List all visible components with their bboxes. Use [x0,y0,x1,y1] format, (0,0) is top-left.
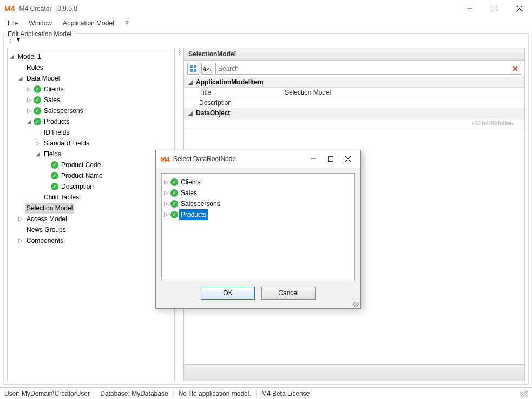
tree-node-description[interactable]: Description [60,181,95,192]
check-icon: ✓ [170,200,178,208]
ok-button[interactable]: OK [201,287,255,300]
expander-icon[interactable]: ◢ [26,118,32,125]
tree-node-standard-fields[interactable]: Standard Fields [42,138,91,149]
tree-node-news-groups[interactable]: News Groups [25,224,68,235]
tree-node-sales[interactable]: Sales [42,95,62,105]
tree-node-id-fields[interactable]: ID Fields [42,127,71,138]
dialog-titlebar[interactable]: M4 Select DataRootNode [156,150,360,168]
status-database: Database: MyDatabase [100,390,168,397]
check-icon: ✓ [51,183,58,190]
property-name: Description [184,98,281,108]
model-tree[interactable]: ◢Model 1 Roles ◢Data Model ▷✓Clients ▷✓S… [8,48,174,381]
dialog-node-salespersons[interactable]: Salespersons [179,198,222,209]
tree-node-data-model[interactable]: Data Model [25,73,61,84]
check-icon: ✓ [34,96,41,104]
tree-node-fields[interactable]: Fields [42,149,63,159]
check-icon: ✓ [34,107,41,115]
menu-application-model[interactable]: Application Model [58,18,119,28]
dialog-maximize-button[interactable] [323,152,339,165]
dialog-body: ▷✓Clients ▷✓Sales ▷✓Salespersons ▷✓Produ… [156,168,360,308]
select-datarootnode-dialog: M4 Select DataRootNode ▷✓Clients ▷✓Sales… [155,150,361,309]
expander-icon[interactable]: ▷ [26,108,32,114]
property-category-applicationmodelitem[interactable]: ◢ApplicationModelItem [184,77,524,88]
property-value[interactable] [281,98,524,108]
tree-node-selection-model[interactable]: Selection Model [25,203,74,214]
dialog-node-sales[interactable]: Sales [179,188,199,198]
expander-icon[interactable]: ◢ [9,54,15,60]
expander-icon[interactable]: ▷ [163,201,169,207]
menu-help[interactable]: ? [121,18,133,28]
tree-node-model-1[interactable]: Model 1 [16,51,43,62]
expander-icon[interactable]: ▷ [26,97,32,103]
svg-rect-5 [194,65,196,68]
properties-search-input[interactable] [218,65,512,72]
alphabetical-view-button[interactable]: AZ↓ [201,63,213,75]
status-user: User: MyDomain\CreatorUser [4,390,90,397]
property-category-dataobject[interactable]: ◢DataObject [184,108,524,118]
properties-header: SelectionModel [184,48,524,61]
tree-node-components[interactable]: Components [25,235,65,246]
tree-node-child-tables[interactable]: Child Tables [42,192,81,203]
svg-rect-6 [190,69,193,72]
close-button[interactable] [507,0,532,17]
app-logo-icon: M4 [4,4,15,13]
maximize-button[interactable] [482,0,507,17]
expander-icon[interactable]: ▷ [26,86,32,92]
status-life-model: No life application model. [179,390,251,397]
dialog-title: Select DataRootNode [173,155,236,163]
dialog-resize-grip-icon[interactable] [353,301,359,307]
menubar: File Window Application Model ? [0,17,532,29]
statusbar-separator: | [173,390,174,397]
svg-rect-1 [492,6,497,11]
dialog-node-clients[interactable]: Clients [179,177,202,188]
menu-window[interactable]: Window [24,18,56,28]
expander-icon[interactable]: ▷ [17,237,24,244]
clear-search-icon[interactable]: ✕ [512,64,518,73]
tree-node-product-name[interactable]: Product Name [60,170,104,181]
expander-icon[interactable]: ▷ [163,179,169,185]
tree-node-product-code[interactable]: Product Code [60,159,102,170]
properties-search[interactable]: ✕ [215,63,521,75]
svg-rect-9 [329,157,333,162]
expander-icon[interactable]: ▷ [35,140,41,147]
expander-icon[interactable]: ▷ [163,190,169,196]
category-label: ApplicationModelItem [196,78,264,86]
expander-icon[interactable]: ◢ [187,110,194,116]
expander-icon[interactable]: ▷ [163,211,169,218]
expander-icon[interactable]: ◢ [17,75,24,82]
dialog-minimize-button[interactable] [305,152,321,165]
minimize-button[interactable] [457,0,482,17]
cancel-button[interactable]: Cancel [261,287,316,300]
dialog-node-products[interactable]: Products [179,209,208,220]
tree-node-salespersons[interactable]: Salespersons [42,105,85,116]
panel-mini-toolbar: ⋮ ▾ [4,34,528,45]
statusbar-separator: | [94,390,96,397]
categorized-view-button[interactable] [187,63,199,75]
expander-icon[interactable]: ◢ [35,151,41,157]
tree-node-access-model[interactable]: Access Model [25,214,69,224]
dialog-logo-icon: M4 [160,155,170,163]
check-icon: ✓ [170,178,178,186]
svg-rect-7 [194,69,196,72]
property-row-title[interactable]: Title Selection Model [184,88,524,98]
property-row-guid[interactable]: -82b446ffc8aa [184,118,524,129]
property-row-description[interactable]: Description [184,98,524,108]
statusbar: User: MyDomain\CreatorUser | Database: M… [0,387,532,399]
property-value[interactable]: Selection Model [281,88,524,97]
dialog-tree[interactable]: ▷✓Clients ▷✓Sales ▷✓Salespersons ▷✓Produ… [161,173,355,281]
dialog-window-controls [305,152,356,165]
expander-icon[interactable]: ▷ [17,216,24,222]
status-license: M4 Beta License [261,390,310,397]
window-controls [457,0,532,17]
dialog-button-row: OK Cancel [161,281,355,303]
svg-rect-4 [190,65,193,68]
expander-icon[interactable]: ◢ [187,79,194,85]
tree-node-clients[interactable]: Clients [42,84,65,95]
property-value-guid: -82b446ffc8aa [281,118,524,128]
menu-file[interactable]: File [3,18,22,28]
property-name [184,118,281,128]
dialog-close-button[interactable] [340,152,356,165]
window-resize-grip-icon[interactable] [520,390,528,397]
tree-node-roles[interactable]: Roles [25,62,45,73]
tree-node-products[interactable]: Products [42,116,71,127]
